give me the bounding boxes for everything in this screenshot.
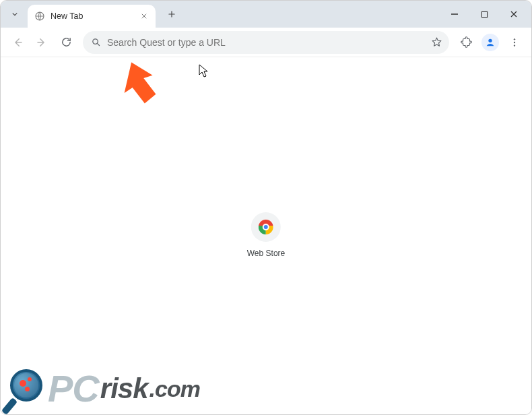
puzzle-icon xyxy=(461,36,472,48)
watermark-text-com: .com xyxy=(149,377,200,400)
tab-title: New Tab xyxy=(51,11,83,21)
reload-button[interactable] xyxy=(55,31,77,54)
plus-icon xyxy=(167,9,176,19)
new-tab-button[interactable] xyxy=(162,5,181,24)
minimize-button[interactable] xyxy=(440,4,469,24)
kebab-icon xyxy=(509,37,520,48)
window-controls xyxy=(440,1,529,28)
bookmark-button[interactable] xyxy=(430,36,442,49)
watermark-text-risk: risk xyxy=(100,375,148,403)
forward-button[interactable] xyxy=(30,31,53,54)
globe-icon xyxy=(34,11,45,22)
shortcut-web-store[interactable]: Web Store xyxy=(247,212,285,258)
omnibox[interactable] xyxy=(83,31,449,54)
svg-point-3 xyxy=(488,38,492,42)
tab-new-tab[interactable]: New Tab xyxy=(28,5,156,28)
arrow-up-left-icon xyxy=(118,60,158,106)
search-icon xyxy=(90,36,102,49)
content-area: Web Store PC risk .com xyxy=(1,57,531,415)
svg-point-4 xyxy=(514,38,515,40)
cursor-pointer-icon xyxy=(199,64,208,77)
back-button[interactable] xyxy=(6,31,29,54)
browser-window: New Tab xyxy=(0,0,532,415)
svg-rect-1 xyxy=(481,11,487,17)
close-icon xyxy=(510,10,518,18)
chevron-down-icon xyxy=(10,9,20,19)
reload-icon xyxy=(61,36,72,48)
extensions-button[interactable] xyxy=(455,31,477,54)
chrome-store-icon xyxy=(259,220,273,234)
shortcut-label: Web Store xyxy=(247,249,285,258)
profile-button[interactable] xyxy=(479,31,502,54)
close-window-button[interactable] xyxy=(499,4,529,24)
watermark-text-pc: PC xyxy=(48,370,99,408)
svg-point-5 xyxy=(514,41,515,42)
address-input[interactable] xyxy=(107,37,425,48)
annotation-arrow xyxy=(118,60,158,106)
star-icon xyxy=(431,36,442,48)
minimize-icon xyxy=(451,10,459,18)
toolbar xyxy=(1,28,531,57)
maximize-button[interactable] xyxy=(469,4,499,24)
shortcut-tile xyxy=(251,212,281,242)
maximize-icon xyxy=(481,11,488,18)
menu-button[interactable] xyxy=(503,31,526,54)
arrow-left-icon xyxy=(11,36,24,49)
avatar-icon xyxy=(481,34,499,51)
close-icon xyxy=(141,13,147,20)
tab-strip: New Tab xyxy=(1,1,531,28)
magnifier-logo-icon xyxy=(5,366,49,411)
tab-close-button[interactable] xyxy=(138,10,150,22)
watermark: PC risk .com xyxy=(5,366,200,411)
svg-point-6 xyxy=(514,44,515,46)
arrow-right-icon xyxy=(36,36,48,49)
search-tabs-button[interactable] xyxy=(6,5,24,23)
